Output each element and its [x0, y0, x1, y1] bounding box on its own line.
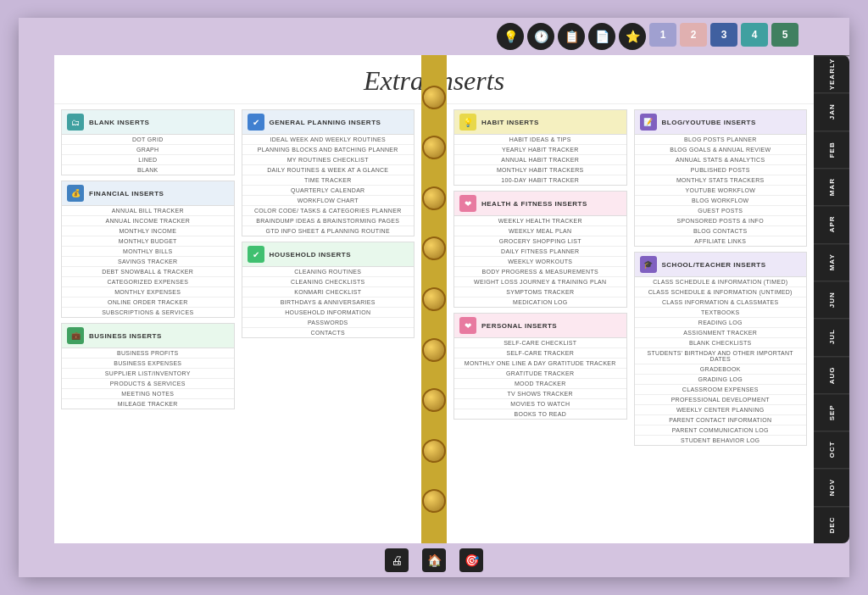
list-item: WEEKLY WORKOUTS — [454, 257, 626, 267]
tab-5[interactable]: 5 — [771, 23, 798, 47]
list-item: MONTHLY INCOME — [62, 226, 234, 236]
tab-2[interactable]: 2 — [680, 23, 707, 47]
list-item: READING LOG — [635, 318, 807, 328]
list-item: ONLINE ORDER TRACKER — [62, 298, 234, 308]
ring — [422, 439, 446, 463]
health-icon: ❤ — [459, 195, 476, 212]
list-item: GRATITUDE TRACKER — [454, 369, 626, 379]
col-3: 💡 HABIT INSERTS HABIT IDEAS & TIPS YEARL… — [453, 109, 627, 538]
list-item: WEEKLY MEAL PLAN — [454, 226, 626, 236]
list-item: AFFILIATE LINKS — [635, 236, 807, 246]
icon-star[interactable]: ⭐ — [619, 23, 646, 50]
planner-outer: 💡 🕐 📋 📄 ⭐ 1 2 3 4 5 Extra Inserts — [19, 18, 849, 577]
general-inserts-section: ✔ GENERAL PLANNING INSERTS IDEAL WEEK AN… — [242, 109, 415, 236]
list-item: 100-DAY HABIT TRACKER — [454, 175, 626, 185]
list-item: BUSINESS PROFITS — [62, 348, 234, 359]
list-item: DAILY ROUTINES & WEEK AT A GLANCE — [242, 165, 415, 175]
school-title: SCHOOL/TEACHER INSERTS — [662, 261, 766, 269]
list-item: BODY PROGRESS & MEASUREMENTS — [454, 267, 626, 277]
tab-nov[interactable]: NOV — [814, 468, 849, 505]
list-item: PARENT COMMUNICATION LOG — [635, 425, 807, 436]
icon-checklist[interactable]: 📋 — [558, 23, 585, 50]
list-item: SPONSORED POSTS & INFO — [635, 216, 807, 226]
blog-inserts-header: 📝 BLOG/YOUTUBE INSERTS — [635, 110, 807, 135]
list-item: CLEANING CHECKLISTS — [242, 277, 415, 287]
school-icon: 🎓 — [640, 256, 657, 273]
tab-3[interactable]: 3 — [710, 23, 737, 47]
ring — [422, 489, 446, 513]
bottom-icon-target[interactable]: 🎯 — [459, 548, 483, 572]
list-item: GRAPH — [62, 145, 234, 155]
col-4: 📝 BLOG/YOUTUBE INSERTS BLOG POSTS PLANNE… — [634, 109, 808, 538]
list-item: STUDENTS' BIRTHDAY AND OTHER IMPORTANT D… — [635, 348, 807, 364]
habit-icon: 💡 — [459, 114, 476, 131]
financial-inserts-header: 💰 FINANCIAL INSERTS — [62, 181, 234, 206]
list-item: QUARTERLY CALENDAR — [242, 186, 415, 196]
col-1: 🗂 BLANK INSERTS DOT GRID GRAPH LINED BLA… — [61, 109, 235, 538]
list-item: DOT GRID — [62, 135, 234, 145]
list-item: CLEANING ROUTINES — [242, 267, 415, 277]
ring — [422, 338, 446, 362]
habit-title: HABIT INSERTS — [481, 119, 539, 126]
tab-jul[interactable]: JUL — [814, 318, 849, 355]
list-item: SELF-CARE TRACKER — [454, 348, 626, 359]
list-item: BLOG GOALS & ANNUAL REVIEW — [635, 145, 807, 155]
top-bar: 💡 🕐 📋 📄 ⭐ 1 2 3 4 5 — [19, 18, 849, 55]
general-title: GENERAL PLANNING INSERTS — [270, 119, 381, 126]
list-item: BLOG POSTS PLANNER — [635, 135, 807, 145]
personal-inserts-section: ❤ PERSONAL INSERTS SELF-CARE CHECKLIST S… — [453, 313, 627, 420]
tab-sep[interactable]: SEP — [814, 393, 849, 431]
list-item: ASSIGNMENT TRACKER — [635, 328, 807, 338]
list-item: WORKFLOW CHART — [242, 196, 415, 206]
list-item: SUPPLIER LIST/INVENTORY — [62, 369, 234, 379]
tab-jan[interactable]: JAN — [814, 92, 849, 130]
blank-icon: 🗂 — [67, 114, 84, 131]
habit-inserts-header: 💡 HABIT INSERTS — [454, 110, 626, 135]
general-inserts-header: ✔ GENERAL PLANNING INSERTS — [242, 110, 415, 135]
list-item: WEEKLY CENTER PLANNING — [635, 405, 807, 415]
tab-mar[interactable]: MAR — [814, 168, 849, 205]
list-item: HOUSEHOLD INFORMATION — [242, 308, 415, 318]
list-item: BRAINDUMP IDEAS & BRAINSTORMING PAGES — [242, 216, 415, 226]
list-item: WEEKLY HEALTH TRACKER — [454, 216, 626, 226]
blog-inserts-section: 📝 BLOG/YOUTUBE INSERTS BLOG POSTS PLANNE… — [634, 109, 808, 247]
list-item: ANNUAL BILL TRACKER — [62, 206, 234, 216]
bottom-icon-print[interactable]: 🖨 — [385, 548, 409, 572]
tab-4[interactable]: 4 — [741, 23, 768, 47]
list-item: MEETING NOTES — [62, 389, 234, 399]
tab-jun[interactable]: JUN — [814, 281, 849, 318]
tab-yearly[interactable]: YEARLY — [814, 55, 849, 92]
ring — [422, 136, 446, 159]
tab-oct[interactable]: OCT — [814, 431, 849, 468]
list-item: MONTHLY EXPENSES — [62, 287, 234, 298]
list-item: CONTACTS — [242, 328, 415, 337]
list-item: DEBT SNOWBALL & TRACKER — [62, 267, 234, 277]
school-inserts-header: 🎓 SCHOOL/TEACHER INSERTS — [635, 253, 807, 277]
icon-page[interactable]: 📄 — [588, 23, 615, 50]
list-item: MONTHLY HABIT TRACKERS — [454, 165, 626, 175]
bottom-icon-home[interactable]: 🏠 — [422, 548, 446, 572]
health-title: HEALTH & FITNESS INSERTS — [481, 200, 587, 208]
list-item: HABIT IDEAS & TIPS — [454, 135, 626, 145]
tab-aug[interactable]: AUG — [814, 356, 849, 393]
planner-body: Extra Inserts 🗂 BLANK INSERTS DOT GRID G… — [19, 55, 849, 543]
tab-may[interactable]: MAY — [814, 243, 849, 281]
list-item: BUSINESS EXPENSES — [62, 359, 234, 369]
icon-clock[interactable]: 🕐 — [527, 23, 554, 50]
icon-bulb[interactable]: 💡 — [497, 23, 524, 50]
tab-dec[interactable]: DEC — [814, 506, 849, 543]
list-item: MONTHLY BILLS — [62, 247, 234, 257]
tab-apr[interactable]: APR — [814, 205, 849, 242]
list-item: ANNUAL STATS & ANALYTICS — [635, 155, 807, 165]
tab-1[interactable]: 1 — [649, 23, 676, 47]
list-item: DAILY FITNESS PLANNER — [454, 247, 626, 257]
tab-feb[interactable]: FEB — [814, 131, 849, 168]
list-item: ANNUAL INCOME TRACKER — [62, 216, 234, 226]
left-section — [19, 55, 54, 543]
list-item: BIRTHDAYS & ANNIVERSARIES — [242, 298, 415, 308]
list-item: CLASS INFORMATION & CLASSMATES — [635, 298, 807, 308]
right-tabs: YEARLY JAN FEB MAR APR MAY JUN JUL AUG S… — [814, 55, 849, 543]
list-item: SYMPTOMS TRACKER — [454, 287, 626, 298]
list-item: STUDENT BEHAVIOR LOG — [635, 436, 807, 445]
ring — [422, 86, 446, 109]
